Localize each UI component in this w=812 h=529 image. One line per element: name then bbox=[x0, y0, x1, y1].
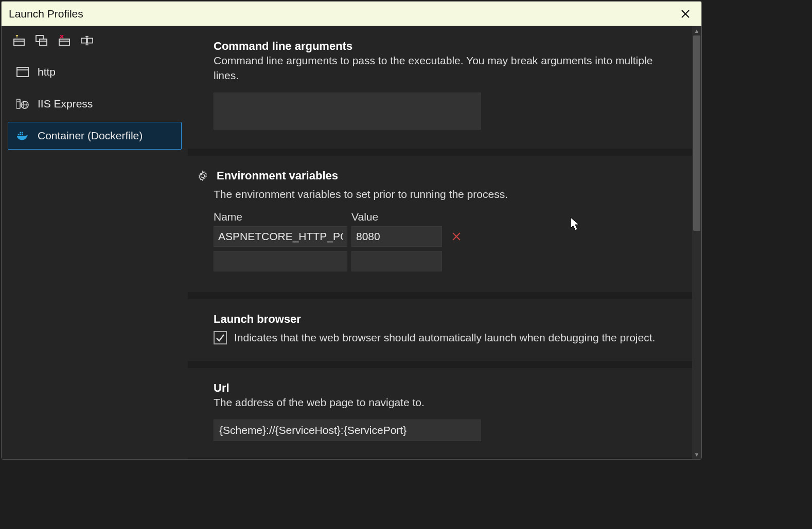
section-title: Url bbox=[214, 381, 672, 395]
vertical-scrollbar[interactable]: ▲ ▼ bbox=[692, 26, 701, 459]
col-header-name: Name bbox=[214, 211, 347, 223]
env-vars-table: Name Value bbox=[214, 211, 672, 276]
gear-icon bbox=[197, 170, 208, 181]
main-panel: Command line arguments Command line argu… bbox=[188, 26, 701, 459]
profile-item-http[interactable]: http bbox=[8, 58, 182, 86]
section-title: Command line arguments bbox=[214, 40, 672, 53]
profile-label: Container (Dockerfile) bbox=[38, 130, 143, 142]
titlebar: Launch Profiles bbox=[2, 2, 701, 26]
svg-rect-11 bbox=[81, 38, 86, 43]
window-icon bbox=[16, 65, 29, 79]
svg-rect-26 bbox=[20, 132, 21, 134]
table-row bbox=[214, 226, 672, 247]
sidebar: http IIS Express Container (Dockerfile) bbox=[2, 26, 188, 459]
svg-rect-9 bbox=[59, 39, 69, 45]
launch-browser-checkbox[interactable] bbox=[214, 331, 227, 344]
docker-icon bbox=[16, 129, 29, 142]
section-title: Launch browser bbox=[214, 313, 672, 326]
section-description: Command line arguments to pass to the ex… bbox=[214, 53, 672, 83]
globe-icon bbox=[16, 97, 29, 111]
scroll-up-button[interactable]: ▲ bbox=[692, 26, 701, 35]
env-value-input[interactable] bbox=[351, 226, 442, 247]
close-icon bbox=[681, 9, 690, 19]
delete-icon bbox=[451, 231, 462, 242]
table-row-empty bbox=[214, 251, 672, 271]
section-command-line-args: Command line arguments Command line argu… bbox=[188, 26, 692, 149]
env-name-input[interactable] bbox=[214, 226, 347, 247]
env-name-input-empty[interactable] bbox=[214, 251, 347, 271]
new-profile-button[interactable] bbox=[13, 34, 25, 47]
settings-scroll: Command line arguments Command line argu… bbox=[188, 26, 692, 459]
svg-rect-2 bbox=[14, 39, 24, 45]
section-launch-browser: Launch browser Indicates that the web br… bbox=[188, 299, 692, 361]
rename-profile-button[interactable] bbox=[81, 34, 93, 47]
profile-label: http bbox=[38, 66, 56, 78]
svg-rect-27 bbox=[22, 132, 23, 134]
section-environment-variables: Environment variables The environment va… bbox=[188, 156, 692, 292]
delete-row-button[interactable] bbox=[449, 229, 464, 244]
table-header: Name Value bbox=[214, 211, 672, 223]
svg-rect-23 bbox=[18, 134, 20, 135]
rename-icon bbox=[81, 35, 93, 46]
delete-profile-button[interactable] bbox=[58, 34, 70, 47]
svg-rect-5 bbox=[40, 39, 47, 45]
duplicate-profile-button[interactable] bbox=[36, 34, 48, 47]
duplicate-icon bbox=[36, 35, 48, 46]
launch-profiles-dialog: Launch Profiles bbox=[1, 1, 702, 460]
dialog-body: http IIS Express Container (Dockerfile) bbox=[2, 26, 701, 459]
svg-rect-24 bbox=[20, 134, 21, 135]
command-line-args-input[interactable] bbox=[214, 93, 481, 130]
close-button[interactable] bbox=[677, 5, 694, 23]
section-description: The address of the web page to navigate … bbox=[214, 395, 672, 410]
col-header-value: Value bbox=[351, 211, 442, 223]
profile-item-iis-express[interactable]: IIS Express bbox=[8, 90, 182, 118]
sidebar-toolbar bbox=[8, 31, 182, 54]
scroll-down-button[interactable]: ▼ bbox=[692, 450, 701, 459]
section-description: The environment variables to set prior t… bbox=[214, 187, 672, 202]
svg-rect-12 bbox=[87, 38, 93, 43]
svg-rect-18 bbox=[16, 99, 20, 108]
scroll-thumb[interactable] bbox=[693, 35, 700, 231]
checkmark-icon bbox=[216, 333, 225, 342]
section-title: Environment variables bbox=[217, 169, 338, 183]
env-value-input-empty[interactable] bbox=[351, 251, 442, 271]
dialog-title: Launch Profiles bbox=[9, 8, 83, 20]
checkbox-label: Indicates that the web browser should au… bbox=[234, 332, 655, 344]
scroll-track[interactable] bbox=[692, 35, 701, 450]
profile-item-container[interactable]: Container (Dockerfile) bbox=[8, 122, 182, 150]
profile-label: IIS Express bbox=[38, 98, 93, 110]
svg-rect-25 bbox=[22, 134, 23, 135]
delete-profile-icon bbox=[58, 35, 70, 46]
svg-rect-16 bbox=[17, 67, 28, 77]
section-url: Url The address of the web page to navig… bbox=[188, 368, 692, 457]
url-input[interactable] bbox=[214, 419, 481, 441]
new-profile-icon bbox=[13, 35, 25, 46]
profile-list: http IIS Express Container (Dockerfile) bbox=[8, 58, 182, 150]
